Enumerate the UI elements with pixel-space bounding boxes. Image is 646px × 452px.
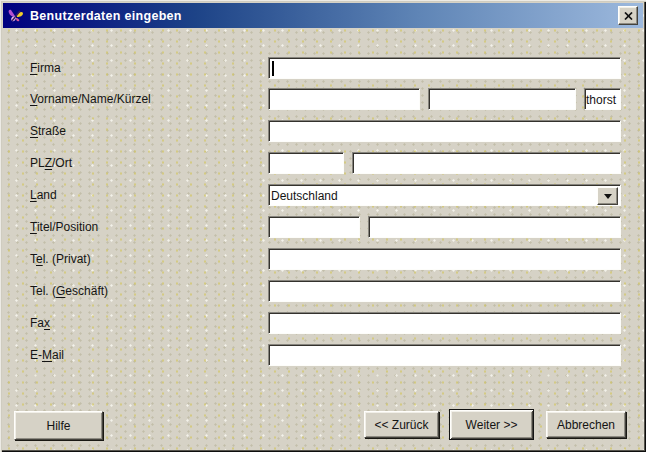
vorname-input[interactable]: [268, 88, 420, 110]
window-title: Benutzerdaten eingeben: [30, 9, 182, 23]
fax-input[interactable]: [268, 312, 621, 334]
firma-input[interactable]: [268, 57, 621, 79]
chevron-down-icon: [604, 194, 612, 203]
butterfly-app-icon: [8, 8, 24, 24]
titlebar[interactable]: Benutzerdaten eingeben: [3, 3, 643, 28]
plz-input[interactable]: [268, 152, 344, 174]
email-label: E-Mail: [30, 348, 64, 362]
ort-input[interactable]: [352, 152, 621, 174]
land-dropdown-button[interactable]: [597, 187, 618, 205]
tel-privat-label: Tel. (Privat): [30, 252, 91, 266]
tel-privat-input[interactable]: [268, 248, 621, 270]
next-button[interactable]: Weiter >>: [449, 409, 534, 440]
close-button[interactable]: [618, 6, 638, 25]
text-caret: [272, 61, 274, 76]
email-input[interactable]: [268, 344, 621, 366]
position-input[interactable]: [368, 216, 621, 238]
strasse-label: Straße: [30, 124, 66, 138]
firma-label: Firma: [30, 61, 61, 75]
close-icon: [624, 12, 633, 20]
back-button[interactable]: << Zurück: [364, 411, 439, 438]
land-selected-value: Deutschland: [271, 187, 338, 205]
nachname-input[interactable]: [428, 88, 576, 110]
help-button[interactable]: Hilfe: [14, 411, 103, 440]
land-combobox[interactable]: Deutschland: [268, 184, 621, 206]
land-label: Land: [30, 188, 57, 202]
dialog-window: Benutzerdaten eingeben Firma Vorname/Nam…: [0, 0, 646, 452]
kuerzel-input[interactable]: thorst: [584, 88, 621, 110]
tel-geschaeft-input[interactable]: [268, 280, 621, 302]
name-label: Vorname/Name/Kürzel: [30, 92, 151, 106]
tel-geschaeft-label: Tel. (Geschäft): [30, 284, 108, 298]
cancel-button[interactable]: Abbrechen: [546, 411, 626, 438]
titel-position-label: Titel/Position: [30, 220, 98, 234]
titel-input[interactable]: [268, 216, 360, 238]
fax-label: Fax: [30, 316, 50, 330]
strasse-input[interactable]: [268, 120, 621, 142]
plz-ort-label: PLZ/Ort: [30, 156, 72, 170]
